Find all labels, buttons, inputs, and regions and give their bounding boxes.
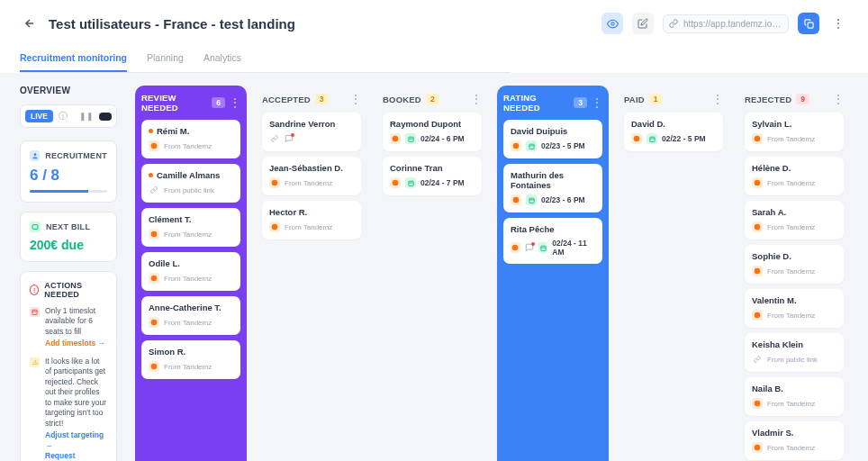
url-text: https://app.tandemz.io/5sec/abcd... xyxy=(683,19,782,29)
action-text: Only 1 timeslot available for 6 seats to… xyxy=(45,306,107,337)
card-source: From Tandemz xyxy=(767,400,815,408)
participant-card[interactable]: David D.02/22 - 5 PM xyxy=(624,113,723,151)
calendar-icon xyxy=(526,140,537,151)
card-date: 02/22 - 5 PM xyxy=(662,134,706,143)
tab-planning[interactable]: Planning xyxy=(147,45,184,72)
copy-url-button[interactable] xyxy=(798,13,819,34)
tab-recruitment-monitoring[interactable]: Recruitment monitoring xyxy=(20,45,127,72)
column-more-button[interactable]: ⋮ xyxy=(230,96,240,109)
header: Test utilisateurs - France - test landin… xyxy=(0,0,868,73)
action-text: It looks like a lot of participants get … xyxy=(45,357,107,429)
svg-point-2 xyxy=(33,153,36,156)
source-icon xyxy=(149,361,159,372)
participant-card[interactable]: Jean-Sébastien D.From Tandemz xyxy=(262,157,361,195)
card-name: Raymond Dupont xyxy=(390,119,475,129)
card-name: Sylvain L. xyxy=(752,119,836,129)
source-icon xyxy=(752,398,763,409)
participant-card[interactable]: Raymond Dupont02/24 - 6 PM xyxy=(383,113,482,151)
source-icon xyxy=(752,133,763,144)
card-name: Simon R. xyxy=(149,347,233,357)
participant-card[interactable]: Valentin M.From Tandemz xyxy=(745,289,844,328)
participant-card[interactable]: Sarah A.From Tandemz xyxy=(745,201,844,240)
pause-icon[interactable]: ❚❚ xyxy=(79,112,94,121)
card-meta: From Tandemz xyxy=(149,273,233,284)
action-link[interactable]: Add timeslots → xyxy=(45,339,107,348)
participant-card[interactable]: Hélène D.From Tandemz xyxy=(745,157,844,195)
column-more-button[interactable]: ⋮ xyxy=(592,96,602,109)
card-name: Valentin M. xyxy=(752,295,836,305)
svg-point-10 xyxy=(151,364,158,370)
info-icon[interactable]: ⓘ xyxy=(59,110,68,122)
recruitment-block: RECRUITMENT 6 / 8 xyxy=(20,140,117,203)
actions-title: ACTIONS NEEDED xyxy=(44,281,107,299)
live-badge: LIVE xyxy=(25,110,53,122)
action-link[interactable]: Request assistance → xyxy=(45,451,107,461)
participant-card[interactable]: Sandrine Verron xyxy=(262,113,361,151)
participant-card[interactable]: Camille AlmansFrom public link xyxy=(141,164,240,203)
svg-rect-14 xyxy=(408,137,412,141)
header-more-button[interactable]: ⋮ xyxy=(828,14,848,32)
notification-icon xyxy=(285,134,294,143)
card-date: 02/24 - 6 PM xyxy=(420,134,465,143)
back-button[interactable] xyxy=(20,15,40,32)
card-source: From Tandemz xyxy=(164,230,212,239)
participant-card[interactable]: Clément T.From Tandemz xyxy=(141,208,240,247)
column-more-button[interactable]: ⋮ xyxy=(471,93,482,105)
page-title: Test utilisateurs - France - test landin… xyxy=(49,16,295,32)
card-source: From Tandemz xyxy=(285,179,332,187)
column-more-button[interactable]: ⋮ xyxy=(712,93,723,105)
participant-card[interactable]: Odile L.From Tandemz xyxy=(141,252,240,291)
svg-point-11 xyxy=(272,180,278,186)
participant-card[interactable]: Rémi M.From Tandemz xyxy=(141,120,240,158)
svg-rect-20 xyxy=(529,144,533,149)
column-review: REVIEW NEEDED6⋮Rémi M.From TandemzCamill… xyxy=(135,86,247,461)
participant-card[interactable]: Anne-Catherine T.From Tandemz xyxy=(141,296,240,335)
svg-point-25 xyxy=(512,245,519,251)
svg-point-19 xyxy=(513,143,520,149)
preview-button[interactable] xyxy=(601,13,623,34)
column-rejected: REJECTED9⋮Sylvain L.From TandemzHélène D… xyxy=(738,86,848,461)
card-meta: 02/23 - 5 PM xyxy=(511,140,595,151)
card-meta: 02/24 - 6 PM xyxy=(390,133,475,144)
card-source: From Tandemz xyxy=(164,275,212,283)
card-meta: 02/24 - 11 AM xyxy=(511,239,595,257)
link-icon xyxy=(669,19,678,28)
next-bill-label: NEXT BILL xyxy=(46,222,90,231)
card-name: David D. xyxy=(631,119,716,129)
source-icon xyxy=(149,140,159,151)
card-name: Rita Pêche xyxy=(511,224,595,234)
svg-point-22 xyxy=(513,197,520,203)
card-meta: From public link xyxy=(149,185,233,195)
card-meta: From Tandemz xyxy=(752,133,836,144)
card-name: Keisha Klein xyxy=(752,339,836,349)
participant-card[interactable]: Keisha KleinFrom public link xyxy=(745,333,844,372)
column-more-button[interactable]: ⋮ xyxy=(350,93,361,105)
participant-card[interactable]: Hector R.From Tandemz xyxy=(262,201,361,240)
participant-card[interactable]: Simon R.From Tandemz xyxy=(141,340,240,379)
action-item: Only 1 timeslot available for 6 seats to… xyxy=(30,306,107,349)
overview-heading: OVERVIEW xyxy=(20,86,117,95)
edit-button[interactable] xyxy=(632,13,654,34)
svg-rect-23 xyxy=(529,198,533,203)
source-icon xyxy=(149,273,159,284)
participant-card[interactable]: David Duipuis02/23 - 5 PM xyxy=(503,120,602,158)
participant-card[interactable]: Corinne Tran02/24 - 7 PM xyxy=(383,157,482,195)
card-source: From Tandemz xyxy=(164,142,212,150)
stop-icon[interactable] xyxy=(99,113,112,121)
column-count: 3 xyxy=(315,94,329,104)
participant-card[interactable]: Sophie D.From Tandemz xyxy=(745,245,844,284)
card-meta: 02/23 - 6 PM xyxy=(511,194,595,205)
participant-card[interactable]: Sylvain L.From Tandemz xyxy=(745,113,844,151)
calendar-icon xyxy=(405,133,416,144)
card-source: From Tandemz xyxy=(767,223,815,231)
participant-card[interactable]: Rita Pêche02/24 - 11 AM xyxy=(503,218,602,264)
svg-rect-4 xyxy=(32,310,37,314)
column-more-button[interactable]: ⋮ xyxy=(833,93,844,105)
participant-card[interactable]: Naila B.From Tandemz xyxy=(745,377,844,416)
participant-card[interactable]: Vladmir S.From Tandemz xyxy=(745,421,844,460)
action-link[interactable]: Adjust targeting → xyxy=(45,430,107,451)
participant-card[interactable]: Mathurin des Fontaines02/23 - 6 PM xyxy=(503,164,602,212)
svg-rect-29 xyxy=(649,137,654,141)
tab-analytics[interactable]: Analytics xyxy=(203,45,241,72)
new-dot-icon xyxy=(149,173,153,177)
